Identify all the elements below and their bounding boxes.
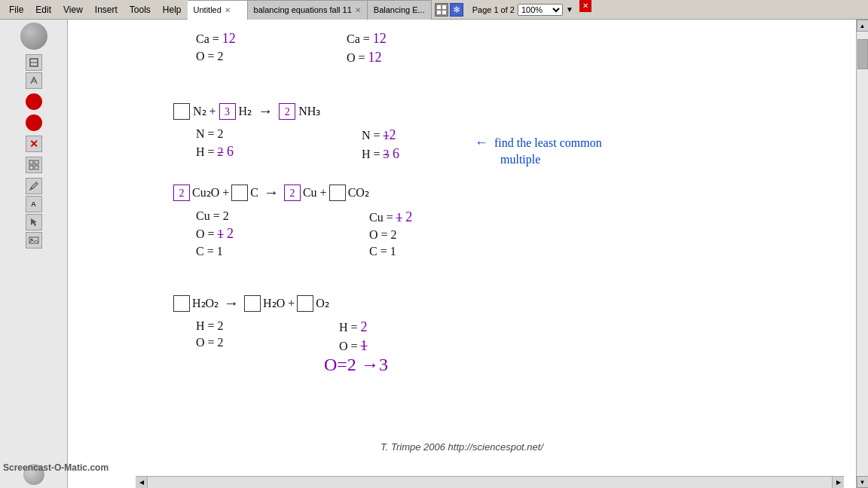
menu-edit[interactable]: Edit	[29, 3, 57, 17]
menu-tools[interactable]: Tools	[124, 3, 157, 17]
annotation-text: find the least common multiple	[494, 135, 602, 169]
tab-balancing-label: balancing equations fall 11	[254, 5, 352, 14]
toolbar-red-circle-1	[26, 93, 42, 110]
toolbar-pen-icon[interactable]	[26, 178, 42, 194]
x-symbol: ✕	[29, 138, 38, 150]
scroll-down-button[interactable]: ▼	[857, 476, 869, 488]
eq2-formula: N₂ + 3 H₂ → 2 NH₃	[173, 102, 320, 120]
eq4-coeff2-box	[244, 295, 261, 312]
grid-icon[interactable]	[435, 3, 448, 17]
toolbar-btn-2[interactable]	[26, 72, 42, 89]
eq4-right-counts: H = 2 O = 1	[339, 319, 368, 354]
footer-credit: T. Trimpe 2006 http://sciencespot.net/	[381, 440, 543, 453]
eq3-cu: Cu +	[303, 186, 327, 200]
eq2-arrow: →	[258, 102, 273, 120]
snowflake-icon[interactable]: ❄	[450, 3, 463, 17]
eq3-coeff4-box	[329, 185, 346, 201]
bottom-scrollbar: ◀ ▶	[136, 476, 844, 488]
worksheet: Ca = 12 O = 2 Ca = 12 O = 12 N₂ +	[68, 20, 856, 476]
scroll-thumb[interactable]	[857, 39, 868, 69]
eq2-left-counts: N = 2 H = 2 6	[196, 127, 234, 160]
svg-rect-0	[437, 5, 441, 9]
window-close-button[interactable]: ✕	[579, 0, 591, 12]
page-info: Page 1 of 2 100% 50% 75% 125% 150% ▼	[466, 0, 579, 20]
toolbar-image-icon[interactable]	[26, 232, 42, 249]
svg-rect-9	[29, 166, 33, 169]
annotation-lcm: ← find the least common multiple	[475, 135, 602, 169]
toolbar-red-circle-2	[26, 114, 42, 131]
svg-rect-7	[29, 160, 33, 164]
eq2-coeff3-box: 2	[279, 103, 295, 120]
toolbar-btn-1[interactable]	[26, 54, 42, 71]
content-area: Ca = 12 O = 2 Ca = 12 O = 12 N₂ +	[68, 20, 856, 488]
tab-untitled-label: Untitled	[194, 5, 222, 14]
menu-insert[interactable]: Insert	[89, 3, 124, 17]
title-bar: File Edit View Insert Tools Help Untitle…	[0, 0, 868, 20]
text-icon-letter: A	[31, 200, 36, 208]
svg-rect-12	[29, 237, 38, 243]
eq2-coeff2-box: 3	[219, 103, 236, 120]
eq2-h2: H₂	[239, 104, 252, 118]
scroll-up-button[interactable]: ▲	[857, 20, 869, 32]
toolbar-circle-top	[20, 23, 47, 50]
eq4-arrow: →	[224, 294, 239, 312]
annotation-arrow: ←	[475, 135, 488, 151]
eq4-left-counts: H = 2 O = 2	[196, 319, 224, 349]
scroll-right-button[interactable]: ▶	[832, 477, 844, 489]
eq3-cu2o: Cu₂O +	[192, 185, 229, 200]
tab-untitled-close[interactable]: ✕	[225, 6, 231, 14]
eq3-left-counts: Cu = 2 O = 1 2 C = 1	[196, 209, 234, 258]
o-equals-2-text: O=2	[324, 355, 361, 374]
toolbar-grid-icon[interactable]	[26, 157, 42, 173]
eq4-o-annotation: O=2 →3	[324, 355, 388, 375]
toolbar-cursor-icon[interactable]	[26, 214, 42, 230]
eq1-left-counts: Ca = 12 O = 2	[196, 31, 236, 63]
eq3-formula: 2 Cu₂O + C → 2 Cu + CO₂	[173, 184, 369, 201]
eq3-coeff1-box: 2	[173, 185, 190, 201]
scroll-track-vertical	[857, 32, 868, 476]
eq3-coeff2-box	[231, 185, 248, 201]
scroll-track-horizontal	[148, 477, 832, 488]
svg-rect-8	[35, 160, 38, 164]
tab-balancing-equations[interactable]: balancing equations fall 11 ✕	[248, 0, 368, 20]
eq2-n2: N₂ +	[193, 104, 216, 118]
eq4-formula: H₂O₂ → H₂O + O₂	[173, 294, 329, 312]
scroll-left-button[interactable]: ◀	[136, 477, 148, 489]
tab-balancing-e-label: Balancing E...	[374, 5, 425, 14]
eq2-nh3: NH₃	[298, 104, 320, 118]
toolbar-x-icon[interactable]: ✕	[26, 136, 42, 152]
tabs-area: Untitled ✕ balancing equations fall 11 ✕…	[188, 0, 868, 20]
eq4-coeff3-box	[297, 295, 313, 312]
eq3-coeff3-box: 2	[284, 185, 301, 201]
eq3-c: C	[250, 186, 258, 200]
tab-balancing-close[interactable]: ✕	[355, 6, 361, 14]
zoom-select[interactable]: 100% 50% 75% 125% 150%	[518, 4, 563, 16]
eq4-h2o2: H₂O₂	[192, 296, 219, 310]
right-scrollbar: ▲ ▼	[856, 20, 868, 488]
watermark-text: Screencast-O-Matic.com	[3, 462, 108, 473]
menu-area: File Edit View Insert Tools Help	[0, 3, 188, 17]
eq2-coeff1-box	[173, 103, 190, 120]
menu-file[interactable]: File	[3, 3, 29, 17]
footer-text: T. Trimpe 2006 http://sciencespot.net/	[381, 441, 543, 453]
eq4-o2: O₂	[316, 296, 329, 310]
page-number: Page 1 of 2	[472, 5, 515, 14]
menu-view[interactable]: View	[57, 3, 89, 17]
menu-help[interactable]: Help	[157, 3, 188, 17]
svg-rect-1	[442, 5, 446, 9]
arrow-3-text: →3	[361, 355, 388, 374]
eq1-right-counts: Ca = 12 O = 12	[347, 31, 387, 66]
svg-rect-3	[442, 11, 446, 14]
tab-balancing-e[interactable]: Balancing E...	[368, 0, 432, 20]
eq4-h2o: H₂O +	[263, 296, 295, 310]
watermark: Screencast-O-Matic.com	[3, 462, 108, 473]
eq3-right-counts: Cu = 1 2 O = 2 C = 1	[369, 209, 412, 258]
eq2-right-counts: N = 12 H = 3 6	[362, 127, 399, 162]
tab-untitled[interactable]: Untitled ✕	[188, 0, 248, 20]
svg-rect-10	[35, 166, 38, 169]
zoom-dropdown-arrow[interactable]: ▼	[566, 5, 573, 14]
eq3-co2: CO₂	[348, 185, 369, 200]
eq3-arrow: →	[264, 184, 279, 201]
toolbar-text-icon[interactable]: A	[26, 196, 42, 212]
left-toolbar: ✕ A	[0, 20, 68, 488]
